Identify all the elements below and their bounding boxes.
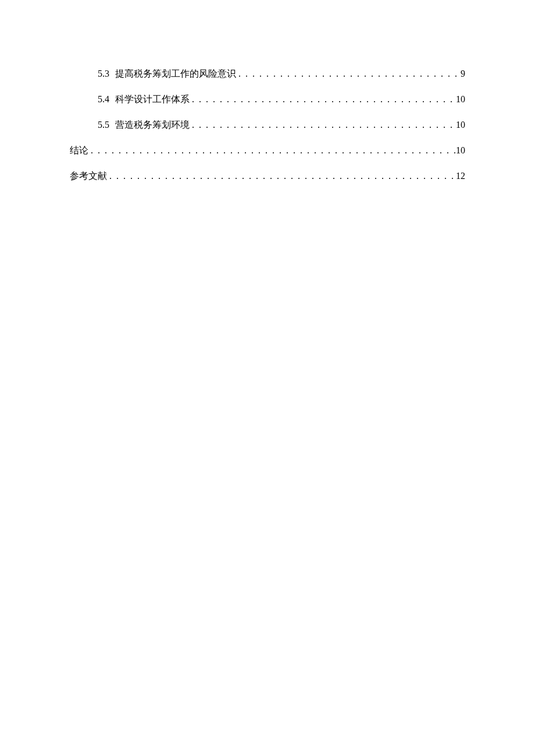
toc-entry-page: 10: [456, 144, 465, 157]
toc-entry: 结论 10: [70, 144, 465, 157]
toc-entry-title: 参考文献: [70, 169, 107, 183]
toc-entry-title: 结论: [70, 144, 88, 157]
toc-entry: 5.5 营造税务筹划环境 10: [70, 118, 465, 132]
toc-entry: 参考文献 12: [70, 169, 465, 183]
toc-entry-number: 5.3: [98, 67, 109, 81]
toc-entry-leader: [88, 144, 456, 157]
toc-entry: 5.3 提高税务筹划工作的风险意识 9: [70, 67, 465, 81]
toc-entry-page: 10: [456, 118, 465, 132]
toc-entry: 5.4 科学设计工作体系 10: [70, 92, 465, 106]
toc-entry-number: 5.5: [98, 118, 109, 132]
toc-entry-leader: [190, 92, 456, 106]
toc-entry-page: 9: [461, 67, 465, 81]
toc-entry-page: 12: [456, 169, 465, 183]
toc-entry-number: 5.4: [98, 92, 109, 106]
toc-entry-leader: [107, 169, 456, 183]
toc-entry-page: 10: [456, 92, 465, 106]
toc-entry-title: 营造税务筹划环境: [115, 118, 190, 132]
toc-entry-leader: [236, 67, 461, 81]
toc-entry-leader: [190, 118, 456, 132]
toc-container: 5.3 提高税务筹划工作的风险意识 9 5.4 科学设计工作体系 10 5.5 …: [0, 0, 535, 183]
toc-entry-title: 科学设计工作体系: [115, 92, 190, 106]
toc-entry-title: 提高税务筹划工作的风险意识: [115, 67, 236, 81]
